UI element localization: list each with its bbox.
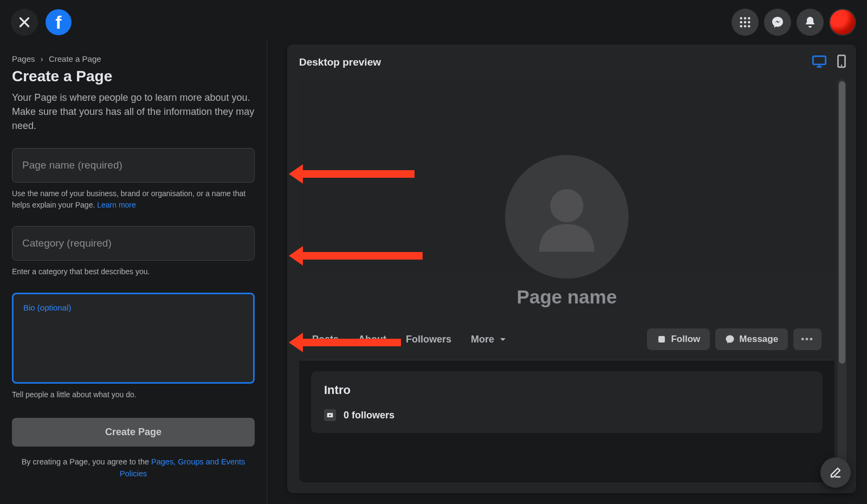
app-header: f bbox=[0, 0, 867, 39]
create-page-button[interactable]: Create Page bbox=[12, 418, 255, 447]
page-name-input[interactable]: Page name (required) bbox=[12, 148, 255, 183]
tab-followers[interactable]: Followers bbox=[406, 334, 451, 345]
preview-panel: Desktop preview Page name Posts bbox=[287, 44, 856, 493]
svg-point-8 bbox=[740, 25, 742, 27]
annotation-arrow bbox=[301, 252, 423, 260]
breadcrumb-current: Create a Page bbox=[49, 54, 101, 63]
mobile-icon bbox=[837, 54, 846, 68]
followers-badge-icon bbox=[324, 409, 336, 421]
desktop-icon bbox=[812, 55, 827, 68]
more-actions-button[interactable]: ••• bbox=[793, 328, 821, 350]
menu-grid-button[interactable] bbox=[732, 9, 759, 36]
close-icon bbox=[17, 15, 31, 29]
category-input[interactable]: Category (required) bbox=[12, 226, 255, 261]
preview-content: Page name Posts About Followers More Fol… bbox=[299, 79, 834, 482]
notifications-button[interactable] bbox=[797, 9, 824, 36]
svg-point-10 bbox=[748, 25, 750, 27]
profile-photo-placeholder bbox=[505, 155, 629, 279]
header-left: f bbox=[11, 9, 72, 36]
followers-row: 0 followers bbox=[324, 409, 810, 421]
svg-point-9 bbox=[744, 25, 746, 27]
tab-more[interactable]: More bbox=[471, 334, 506, 345]
svg-point-2 bbox=[740, 17, 742, 19]
learn-more-link[interactable]: Learn more bbox=[97, 201, 136, 209]
create-page-sidebar: Pages › Create a Page Create a Page Your… bbox=[0, 39, 267, 504]
svg-point-3 bbox=[744, 17, 746, 19]
desktop-preview-button[interactable] bbox=[812, 55, 827, 70]
svg-rect-11 bbox=[813, 56, 825, 64]
preview-title: Desktop preview bbox=[299, 56, 381, 68]
profile-avatar[interactable] bbox=[829, 9, 856, 36]
svg-point-7 bbox=[748, 21, 750, 23]
svg-point-6 bbox=[744, 21, 746, 23]
bio-label: Bio (optional) bbox=[23, 303, 71, 312]
bio-helper: Tell people a little about what you do. bbox=[12, 389, 255, 400]
close-button[interactable] bbox=[11, 9, 38, 36]
menu-grid-icon bbox=[739, 16, 751, 28]
svg-point-5 bbox=[740, 21, 742, 23]
preview-page-name: Page name bbox=[299, 286, 834, 308]
bell-icon bbox=[804, 16, 817, 29]
page-header: Page name bbox=[299, 272, 834, 324]
legal-text: By creating a Page, you agree to the Pag… bbox=[12, 456, 255, 480]
page-name-helper: Use the name of your business, brand or … bbox=[12, 188, 255, 211]
preview-actions: Follow Message ••• bbox=[647, 328, 821, 350]
mobile-preview-button[interactable] bbox=[837, 54, 846, 70]
message-icon bbox=[725, 334, 735, 344]
intro-title: Intro bbox=[324, 383, 810, 397]
follow-button[interactable]: Follow bbox=[647, 328, 710, 350]
messenger-icon bbox=[771, 16, 784, 29]
scrollbar-thumb[interactable] bbox=[839, 81, 845, 364]
messenger-button[interactable] bbox=[764, 9, 791, 36]
header-right bbox=[732, 9, 856, 36]
category-helper: Enter a category that best describes you… bbox=[12, 266, 255, 277]
intro-card: Intro 0 followers bbox=[311, 371, 823, 433]
follow-icon bbox=[657, 334, 667, 344]
preview-body: Page name Posts About Followers More Fol… bbox=[299, 79, 846, 482]
preview-header: Desktop preview bbox=[299, 54, 846, 70]
page-title: Create a Page bbox=[12, 68, 255, 85]
annotation-arrow bbox=[301, 339, 401, 346]
breadcrumb: Pages › Create a Page bbox=[12, 54, 255, 63]
compose-fab[interactable] bbox=[820, 457, 851, 488]
device-toggle bbox=[812, 54, 846, 70]
svg-point-4 bbox=[748, 17, 750, 19]
svg-rect-17 bbox=[658, 336, 665, 343]
facebook-logo[interactable]: f bbox=[46, 9, 72, 35]
annotation-arrow bbox=[301, 170, 415, 178]
bio-input[interactable]: Bio (optional) bbox=[12, 293, 255, 384]
message-button[interactable]: Message bbox=[715, 328, 788, 350]
breadcrumb-root[interactable]: Pages bbox=[12, 54, 35, 63]
page-description: Your Page is where people go to learn mo… bbox=[12, 91, 255, 133]
followers-count: 0 followers bbox=[344, 410, 394, 421]
breadcrumb-separator: › bbox=[41, 54, 43, 63]
compose-icon bbox=[829, 466, 842, 479]
avatar-placeholder-icon bbox=[521, 171, 613, 263]
chevron-down-icon bbox=[500, 337, 506, 343]
preview-scrollbar[interactable] bbox=[838, 79, 846, 482]
svg-point-16 bbox=[550, 189, 583, 222]
